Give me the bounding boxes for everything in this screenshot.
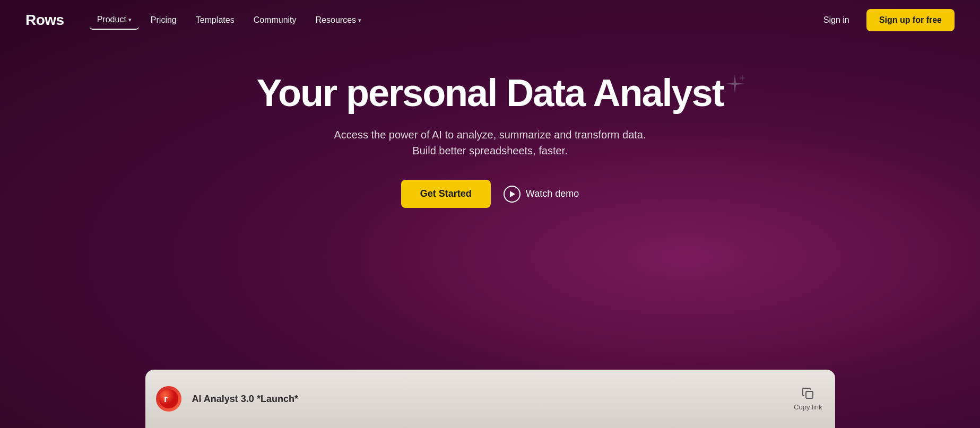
nav-links: Product ▾ Pricing Templates Community Re… <box>90 11 815 30</box>
nav-item-templates[interactable]: Templates <box>188 11 242 29</box>
hero-title-wrapper: Your personal Data Analyst <box>256 72 723 114</box>
nav-item-product[interactable]: Product ▾ <box>90 11 139 30</box>
copy-link-button[interactable]: Copy link <box>781 379 835 420</box>
svg-text:r: r <box>164 394 168 404</box>
hero-section: Your personal Data Analyst Access the po… <box>0 40 980 370</box>
signup-button[interactable]: Sign up for free <box>866 9 955 31</box>
hero-subtitle: Access the power of AI to analyze, summa… <box>326 127 655 159</box>
chevron-down-icon: ▾ <box>358 17 361 24</box>
get-started-button[interactable]: Get Started <box>401 180 491 208</box>
app-icon-wrapper: r <box>156 386 181 412</box>
nav-item-pricing[interactable]: Pricing <box>143 11 184 29</box>
nav-item-resources[interactable]: Resources ▾ <box>308 11 369 29</box>
rows-logo-icon: r <box>159 389 178 408</box>
chevron-down-icon: ▾ <box>128 16 132 23</box>
bottom-panel: r AI Analyst 3.0 *Launch* Copy link <box>145 370 835 428</box>
panel-title: AI Analyst 3.0 *Launch* <box>192 394 782 405</box>
svg-point-0 <box>159 389 178 408</box>
sparkle-icon <box>722 72 748 98</box>
svg-rect-2 <box>806 391 813 398</box>
watch-demo-button[interactable]: Watch demo <box>504 186 579 203</box>
navbar: Rows Product ▾ Pricing Templates Communi… <box>0 0 980 40</box>
copy-icon <box>802 387 814 400</box>
hero-title: Your personal Data Analyst <box>256 72 723 114</box>
app-icon: r <box>156 386 181 412</box>
logo[interactable]: Rows <box>25 12 64 29</box>
play-triangle <box>510 191 515 197</box>
nav-right: Sign in Sign up for free <box>815 9 955 31</box>
hero-cta: Get Started Watch demo <box>401 180 579 208</box>
nav-item-community[interactable]: Community <box>246 11 304 29</box>
signin-link[interactable]: Sign in <box>815 11 858 29</box>
play-icon <box>504 186 521 203</box>
